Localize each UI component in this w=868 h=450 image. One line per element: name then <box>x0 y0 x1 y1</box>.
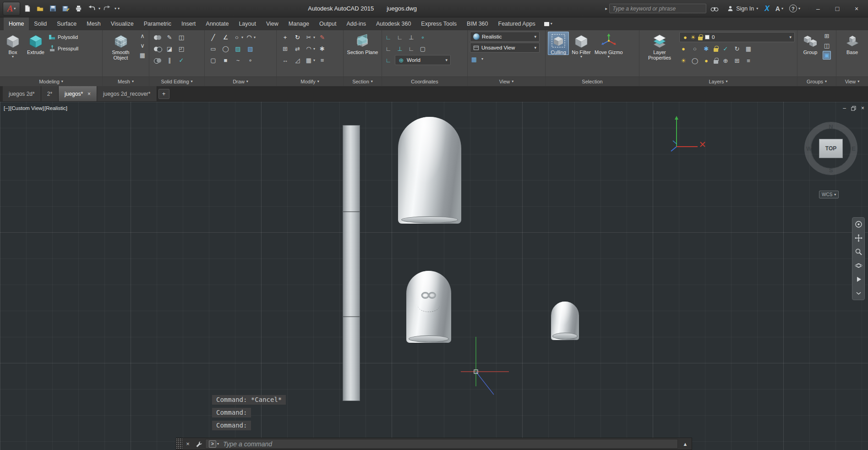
wcs-menu[interactable]: WCS ▾ <box>819 191 839 198</box>
save-button[interactable] <box>47 3 59 14</box>
viewport-visual-style-control[interactable]: [Realistic] <box>44 105 67 111</box>
drawing-close-icon[interactable]: × <box>861 105 864 111</box>
tab-insert[interactable]: Insert <box>176 17 201 30</box>
erase-icon[interactable]: ✎ <box>318 33 327 42</box>
layer-states-icon[interactable]: ≡ <box>744 56 753 65</box>
help-button[interactable]: ?▾ <box>787 3 802 15</box>
tab-annotate[interactable]: Annotate <box>201 17 234 30</box>
layer-merge-icon[interactable]: ⊕ <box>721 56 730 65</box>
panel-label-view[interactable]: View▾ <box>468 77 545 86</box>
orbit-icon[interactable] <box>855 262 863 269</box>
file-tab-close-icon[interactable]: × <box>87 91 91 97</box>
intersect-icon[interactable] <box>153 56 162 65</box>
plot-button[interactable] <box>73 3 84 14</box>
layer-match-icon[interactable]: ✓ <box>721 44 730 53</box>
box-button[interactable]: Box ▾ <box>2 32 23 59</box>
tab-manage[interactable]: Manage <box>284 17 314 30</box>
viewport-controls-menu[interactable]: [−] <box>4 105 10 111</box>
group-selection-icon[interactable]: ▣ <box>823 51 831 60</box>
drawing-viewport[interactable]: [−] [Custom View] [Realistic] – × N W E … <box>0 102 868 450</box>
trim-tool[interactable]: ✂▾ <box>305 33 315 42</box>
tab-autodesk360[interactable]: Autodesk 360 <box>371 17 416 30</box>
ucs-origin-icon[interactable]: ∘ <box>419 33 427 42</box>
extrude-button[interactable]: Extrude <box>25 32 46 55</box>
command-bar-customize-button[interactable] <box>193 438 204 450</box>
file-tab-juegos-2d[interactable]: juegos 2d* <box>3 86 41 101</box>
layer-walk-icon[interactable]: ▦ <box>744 44 753 53</box>
line-icon[interactable]: ╱ <box>209 33 218 42</box>
panel-label-mesh[interactable]: Mesh▾ <box>103 77 149 86</box>
file-tab-2[interactable]: 2* <box>41 86 59 101</box>
move-gizmo-caret-icon[interactable]: ▾ <box>608 55 610 59</box>
ucs-dropdown[interactable]: ⊕ World ▾ <box>395 55 451 65</box>
region-icon[interactable]: ■ <box>222 56 230 65</box>
qnew-button[interactable] <box>22 3 33 14</box>
layer-previous-icon[interactable]: ↻ <box>733 44 741 53</box>
minimize-button[interactable]: – <box>808 2 828 16</box>
open-button[interactable] <box>34 3 46 14</box>
layer-on-icon[interactable]: ☀ <box>679 56 688 65</box>
rotate-icon[interactable]: ↻ <box>294 33 302 42</box>
pan-icon[interactable] <box>855 234 863 242</box>
separate-icon[interactable]: ◫ <box>177 33 186 42</box>
tab-express-tools[interactable]: Express Tools <box>416 17 462 30</box>
layer-unisolate-icon[interactable]: ◯ <box>691 56 699 65</box>
arc-tool[interactable]: ◠▾ <box>245 33 256 42</box>
section-plane-button[interactable]: Section Plane <box>346 32 379 55</box>
tab-mesh[interactable]: Mesh <box>82 17 106 30</box>
viewport-config-caret-icon[interactable]: ▾ <box>481 57 483 61</box>
move-gizmo-button[interactable]: Move Gizmo ▾ <box>594 32 624 59</box>
gradient-icon[interactable]: ▧ <box>246 44 255 53</box>
point-icon[interactable]: ∘ <box>246 56 255 65</box>
save-as-button[interactable] <box>60 3 71 14</box>
explode-icon[interactable]: ✱ <box>318 44 327 53</box>
panel-label-selection[interactable]: Selection <box>546 77 639 86</box>
panel-label-section[interactable]: Section▾ <box>344 77 382 86</box>
layer-copy-objects-icon[interactable]: ⊞ <box>733 56 741 65</box>
no-filter-caret-icon[interactable]: ▾ <box>580 55 582 59</box>
slice-icon[interactable]: ◪ <box>165 44 174 53</box>
layer-properties-button[interactable]: Layer Properties <box>642 32 677 60</box>
mirror-icon[interactable]: ⇄ <box>294 44 302 53</box>
smooth-object-button[interactable]: Smooth Object <box>105 32 136 60</box>
qat-customize-caret-icon[interactable]: ▾ <box>118 7 120 11</box>
capsule-medium-object[interactable] <box>406 271 451 343</box>
viewcube-south[interactable]: S <box>829 167 833 174</box>
box-caret-icon[interactable]: ▾ <box>12 55 14 59</box>
application-menu-button[interactable]: A ▾ <box>3 2 20 16</box>
tab-surface[interactable]: Surface <box>52 17 82 30</box>
tab-visualize[interactable]: Visualize <box>106 17 139 30</box>
layer-off-icon[interactable]: ● <box>679 44 688 53</box>
tab-bim360[interactable]: BIM 360 <box>462 17 493 30</box>
panel-label-layers[interactable]: Layers▾ <box>639 77 797 86</box>
undo-caret-icon[interactable]: ▾ <box>98 7 100 11</box>
search-input[interactable] <box>609 4 706 13</box>
command-bar-grip[interactable] <box>176 438 182 450</box>
polyline-icon[interactable]: ∠ <box>222 33 230 42</box>
layer-lock-tool-icon[interactable] <box>714 48 718 52</box>
tab-featured-apps[interactable]: Featured Apps <box>493 17 540 30</box>
array-tool[interactable]: ▦▾ <box>305 56 315 65</box>
drawing-restore-icon[interactable] <box>851 106 856 111</box>
viewcube[interactable]: N W E S TOP <box>801 118 861 179</box>
tab-addins[interactable]: Add-ins <box>342 17 371 30</box>
layer-unlock-icon[interactable] <box>714 60 718 64</box>
hatch-icon[interactable]: ▨ <box>234 44 242 53</box>
fillet-tool[interactable]: ◠▾ <box>305 44 315 53</box>
union-icon[interactable] <box>153 33 162 42</box>
exchange-apps-icon[interactable]: X <box>762 3 772 15</box>
named-view-dropdown[interactable]: Unsaved View ▾ <box>470 43 540 53</box>
boundary-icon[interactable]: ▢ <box>209 56 218 65</box>
circle-tool[interactable]: ○▾ <box>233 33 243 42</box>
group-button[interactable]: Group <box>800 32 821 55</box>
zoom-icon[interactable] <box>855 248 863 256</box>
solid-bar-object[interactable] <box>343 125 360 401</box>
tab-view[interactable]: View <box>261 17 284 30</box>
panel-label-groups[interactable]: Groups▾ <box>797 77 836 86</box>
maximize-button[interactable]: □ <box>828 2 847 16</box>
base-button[interactable]: Base <box>842 32 863 55</box>
panel-label-modify[interactable]: Modify▾ <box>277 77 343 86</box>
command-input[interactable]: >▾ Type a command <box>205 439 678 449</box>
full-navigation-wheel-icon[interactable] <box>855 220 863 228</box>
search-collapse-icon[interactable]: ▸ <box>605 6 607 11</box>
